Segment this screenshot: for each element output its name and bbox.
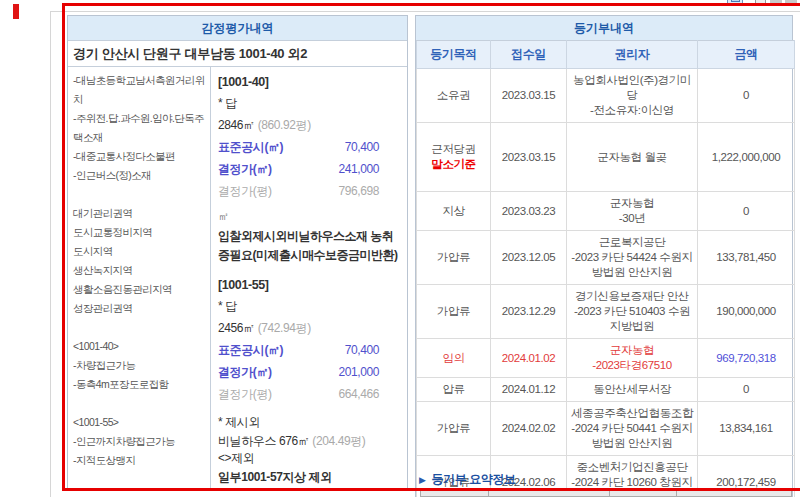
std-price-row: 표준공시(㎡) 70,400	[218, 136, 401, 158]
registry-panel-title: 등기부내역	[416, 16, 792, 40]
cell-amount: 969,720,318	[698, 339, 795, 378]
decided-price-label: 결정가(㎡)	[218, 361, 272, 383]
cell-purpose: 임의	[417, 339, 491, 378]
std-price-value: 70,400	[345, 136, 379, 158]
unit-label: ㎡	[218, 489, 401, 490]
cancellation-base-badge: 말소기준	[419, 157, 488, 172]
cell-date: 2024.01.02	[491, 339, 567, 378]
registry-row: 소유권 2023.03.15 농업회사법인(주)경기미당 -전소유자:이신영 0	[417, 69, 795, 123]
decided-price-pyeong-label: 결정가(평)	[218, 383, 272, 405]
registry-header-row: 등기목적 접수일 권리자 금액	[417, 41, 795, 69]
cell-holder: 근로복지공단 -2023 카단 54424 수원지방법원 안산지원	[567, 231, 698, 285]
cell-holder: 군자농협 월곶	[567, 123, 698, 192]
exclude-mark: <>제외	[218, 450, 401, 467]
property-address: 경기 안산시 단원구 대부남동 1001-40 외2	[68, 40, 407, 66]
cell-amount: 0	[698, 69, 795, 123]
cell-purpose: 근저당권 말소기준	[417, 123, 491, 192]
std-price-row: 표준공시(㎡) 70,400	[218, 339, 401, 361]
extra-title: * 제시외	[218, 411, 401, 433]
col-header-purpose: 등기목적	[417, 41, 491, 69]
window-icon[interactable]	[755, 0, 766, 4]
cell-date: 2023.12.05	[491, 231, 567, 285]
decided-price-row: 결정가(㎡) 201,000	[218, 361, 401, 383]
registry-row: 가압류 2023.12.05 근로복지공단 -2023 카단 54424 수원지…	[417, 231, 795, 285]
decided-price-pyeong-row: 결정가(평) 664,466	[218, 383, 401, 405]
registry-summary-label: 등기부 요약정보	[432, 471, 516, 488]
appraisal-panel-title: 감정평가내역	[68, 16, 407, 40]
area-value: 2456㎡	[218, 321, 255, 335]
std-price-label: 표준공시(㎡)	[218, 339, 283, 361]
unit-label: ㎡	[218, 206, 401, 226]
decided-price-row: 결정가(㎡) 241,000	[218, 158, 401, 180]
minimize-icon[interactable]	[770, 0, 782, 3]
registry-row-voluntary-auction: 임의 2024.01.02 군자농협 -2023타경67510 969,720,…	[417, 339, 795, 378]
registry-row: 근저당권 말소기준 2023.03.15 군자농협 월곶 1,222,000,0…	[417, 123, 795, 192]
exclude-note: 일부1001-57지상 제외	[218, 467, 401, 487]
decided-price-pyeong-row: 결정가(평) 796,698	[218, 180, 401, 202]
cell-amount: 13,834,161	[698, 402, 795, 456]
purpose-text: 근저당권	[431, 143, 475, 155]
cell-date: 2023.12.29	[491, 285, 567, 339]
cell-amount: 133,781,450	[698, 231, 795, 285]
cell-date: 2023.03.15	[491, 123, 567, 192]
cell-holder: 동안산세무서장	[567, 378, 698, 402]
decided-price-pyeong-label: 결정가(평)	[218, 180, 272, 202]
land-type: * 답	[218, 92, 401, 114]
appraisal-content: -대남초등학교남서측원거리위치 -주위전.답.과수원.임야.단독주택소재 -대중…	[68, 66, 407, 490]
extra-pyeong: (204.49평)	[312, 434, 365, 448]
appraisal-panel: 감정평가내역 경기 안산시 단원구 대부남동 1001-40 외2 -대남초등학…	[67, 15, 408, 491]
cell-purpose: 가압류	[417, 285, 491, 339]
registry-row: 지상 2023.03.23 군자농협 -30년 0	[417, 192, 795, 231]
cell-holder: 군자농협 -2023타경67510	[567, 339, 698, 378]
cell-amount: 0	[698, 192, 795, 231]
cell-amount: 0	[698, 378, 795, 402]
cell-purpose: 소유권	[417, 69, 491, 123]
area-pyeong: (860.92평)	[258, 118, 311, 132]
registry-row: 압류 2024.01.12 동안산세무서장 0	[417, 378, 795, 402]
col-header-date: 접수일	[491, 41, 567, 69]
registry-row: 가압류 2024.02.02 세종공주축산업협동조합 -2024 카단 5044…	[417, 402, 795, 456]
area-value: 2846㎡	[218, 118, 255, 132]
cell-holder: 경기신용보증재단 안산 -2023 카단 510403 수원지방법원	[567, 285, 698, 339]
std-price-value: 70,400	[345, 339, 379, 361]
cell-purpose: 가압류	[417, 402, 491, 456]
cell-purpose: 지상	[417, 192, 491, 231]
cell-date: 2023.03.15	[491, 69, 567, 123]
auction-note: 입찰외제시외비닐하우스소재 농취증필요(미제출시매수보증금미반환)	[218, 227, 401, 265]
grid-view-icon[interactable]	[727, 0, 743, 5]
area-pyeong: (742.94평)	[258, 321, 311, 335]
location-notes: -대남초등학교남서측원거리위치 -주위전.답.과수원.임야.단독주택소재 -대중…	[68, 67, 211, 490]
cell-date: 2024.01.12	[491, 378, 567, 402]
cell-amount: 190,000,000	[698, 285, 795, 339]
land-type: * 답	[218, 295, 401, 317]
decided-price-value: 201,000	[338, 361, 379, 383]
cell-holder: 군자농협 -30년	[567, 192, 698, 231]
values-column: [1001-40] * 답 2846㎡ (860.92평) 표준공시(㎡) 70…	[211, 67, 407, 490]
extra-structure: 비닐하우스 676㎡	[218, 434, 309, 448]
area-line: 2846㎡ (860.92평)	[218, 114, 401, 136]
registry-row: 가압류 2023.12.29 경기신용보증재단 안산 -2023 카단 5104…	[417, 285, 795, 339]
maximize-icon[interactable]	[785, 0, 797, 3]
item-id: [1001-55]	[218, 275, 401, 295]
red-cursor-marker-icon	[13, 4, 19, 19]
decided-price-label: 결정가(㎡)	[218, 158, 272, 180]
registry-table: 등기목적 접수일 권리자 금액 소유권 2023.03.15 농업회사법인(주)…	[416, 40, 795, 497]
cell-date: 2023.03.23	[491, 192, 567, 231]
decided-price-value: 241,000	[338, 158, 379, 180]
clipped-toolbar	[722, 0, 800, 6]
std-price-label: 표준공시(㎡)	[218, 136, 283, 158]
registry-summary-link[interactable]: ▶ 등기부 요약정보	[419, 471, 516, 488]
extra-structure-line: 비닐하우스 676㎡ (204.49평)	[218, 433, 401, 450]
decided-price-pyeong-value: 664,466	[338, 383, 379, 405]
clipped-summary-table	[420, 488, 792, 497]
col-header-amount: 금액	[698, 41, 795, 69]
right-triangle-icon: ▶	[419, 475, 426, 485]
decided-price-pyeong-value: 796,698	[338, 180, 379, 202]
area-line: 2456㎡ (742.94평)	[218, 317, 401, 339]
registry-panel: 등기부내역 등기목적 접수일 권리자 금액 소유권 2023.03.15 농업회…	[415, 15, 793, 497]
cell-purpose: 가압류	[417, 231, 491, 285]
cell-purpose: 압류	[417, 378, 491, 402]
cell-holder: 세종공주축산업협동조합 -2024 카단 50441 수원지방법원 안산지원	[567, 402, 698, 456]
cell-holder: 농업회사법인(주)경기미당 -전소유자:이신영	[567, 69, 698, 123]
col-header-holder: 권리자	[567, 41, 698, 69]
